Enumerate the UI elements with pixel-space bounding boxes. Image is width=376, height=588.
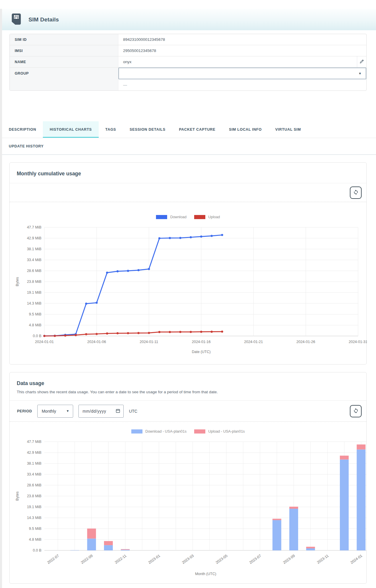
usage-card-subtitle: This charts shows the recent data usage.…: [17, 390, 359, 394]
legend-item[interactable]: Download: [156, 215, 187, 219]
usage-controls: PERIOD Monthly ▼ mm/dd/yyyy UTC: [10, 400, 366, 421]
refresh-button[interactable]: [350, 187, 362, 199]
usage-chart-area: Download - USA-plan01sUpload - USA-plan0…: [10, 421, 366, 583]
date-input[interactable]: mm/dd/yyyy: [78, 405, 124, 418]
svg-text:23.8 MiB: 23.8 MiB: [27, 280, 41, 284]
svg-text:38.1 MiB: 38.1 MiB: [27, 461, 41, 466]
tab-row-1: DESCRIPTION HISTORICAL CHARTS TAGS SESSI…: [2, 121, 376, 138]
svg-text:2023-05: 2023-05: [215, 554, 229, 565]
legend-item[interactable]: Upload: [194, 215, 220, 219]
cumulative-chart-area: DownloadUpload 0.0 B4.8 MiB9.5 MiB14.3 M…: [10, 202, 366, 364]
svg-text:47.7 MiB: 47.7 MiB: [27, 440, 41, 444]
svg-text:2024-01-16: 2024-01-16: [192, 340, 211, 344]
svg-text:38.1 MiB: 38.1 MiB: [27, 247, 41, 251]
svg-text:2024-01-31: 2024-01-31: [349, 340, 367, 344]
imsi-label: IMSI: [10, 45, 118, 56]
svg-text:Bytes: Bytes: [15, 491, 19, 500]
svg-text:2024-01-06: 2024-01-06: [87, 340, 106, 344]
cumulative-card-title: Monthly cumulative usage: [17, 171, 359, 177]
legend-swatch: [194, 429, 205, 434]
tab-bar: DESCRIPTION HISTORICAL CHARTS TAGS SESSI…: [2, 121, 376, 155]
usage-card-title: Data usage: [17, 380, 359, 387]
svg-text:19.1 MiB: 19.1 MiB: [27, 290, 41, 295]
svg-text:2024-01: 2024-01: [350, 554, 363, 565]
svg-text:2024-01-26: 2024-01-26: [296, 340, 315, 344]
svg-text:19.1 MiB: 19.1 MiB: [27, 505, 41, 509]
date-placeholder: mm/dd/yyyy: [83, 409, 106, 414]
svg-text:28.6 MiB: 28.6 MiB: [27, 269, 41, 273]
svg-text:2022-07: 2022-07: [46, 554, 60, 565]
svg-text:0.0 B: 0.0 B: [33, 334, 41, 338]
svg-text:14.3 MiB: 14.3 MiB: [27, 301, 41, 305]
legend-label: Download - USA-plan01s: [145, 429, 187, 434]
refresh-button[interactable]: [350, 405, 362, 417]
name-label: NAME: [10, 56, 118, 67]
calendar-icon: [115, 408, 120, 414]
legend-swatch: [131, 429, 142, 434]
legend-label: Upload - USA-plan01s: [208, 429, 245, 434]
sim-id-value: 8942310000012345678: [118, 34, 366, 45]
svg-text:33.4 MiB: 33.4 MiB: [27, 472, 41, 476]
name-value: onyx: [123, 60, 132, 64]
group-label: GROUP: [10, 68, 118, 90]
table-row-sim-id: SIM ID 8942310000012345678: [10, 34, 366, 45]
timezone-label: UTC: [129, 409, 137, 414]
refresh-icon: [353, 189, 359, 196]
chevron-down-icon: ▼: [66, 409, 69, 413]
legend-item[interactable]: Upload - USA-plan01s: [194, 429, 245, 434]
legend-label: Download: [170, 215, 187, 219]
tab-packet-capture[interactable]: PACKET CAPTURE: [172, 121, 222, 138]
cumulative-chart-legend: DownloadUpload: [10, 215, 366, 219]
svg-text:Bytes: Bytes: [15, 277, 19, 286]
edit-name-button[interactable]: [357, 56, 366, 67]
period-select-value: Monthly: [42, 409, 56, 414]
svg-text:42.9 MiB: 42.9 MiB: [27, 236, 41, 240]
svg-text:4.8 MiB: 4.8 MiB: [29, 323, 41, 327]
legend-item[interactable]: Download - USA-plan01s: [131, 429, 187, 434]
tab-virtual-sim[interactable]: VIRTUAL SIM: [268, 121, 308, 138]
svg-text:2023-07: 2023-07: [249, 554, 262, 565]
tab-sim-local-info[interactable]: SIM LOCAL INFO: [222, 121, 268, 138]
refresh-icon: [353, 408, 359, 414]
tab-historical-charts[interactable]: HISTORICAL CHARTS: [43, 121, 98, 138]
svg-text:14.3 MiB: 14.3 MiB: [27, 516, 41, 520]
svg-text:0.0 B: 0.0 B: [33, 548, 41, 552]
svg-text:2022-11: 2022-11: [114, 554, 127, 565]
svg-text:4.8 MiB: 4.8 MiB: [29, 537, 41, 542]
tab-update-history[interactable]: UPDATE HISTORY: [2, 138, 51, 154]
sim-info-table: SIM ID 8942310000012345678 IMSI 29505001…: [9, 34, 367, 91]
svg-text:2024-01-21: 2024-01-21: [244, 340, 263, 344]
svg-text:33.4 MiB: 33.4 MiB: [27, 258, 41, 262]
svg-text:2023-03: 2023-03: [181, 554, 195, 565]
group-value-cell: ▼ —: [118, 68, 366, 90]
table-row-group: GROUP ▼ —: [10, 68, 366, 90]
legend-label: Upload: [208, 215, 220, 219]
svg-text:2024-01-01: 2024-01-01: [35, 340, 54, 344]
tab-session-details[interactable]: SESSION DETAILS: [123, 121, 172, 138]
legend-swatch: [194, 215, 205, 219]
period-select[interactable]: Monthly ▼: [37, 405, 73, 418]
usage-bar-chart: 0.0 B4.8 MiB9.5 MiB14.3 MiB19.1 MiB23.8 …: [10, 438, 367, 577]
svg-text:9.5 MiB: 9.5 MiB: [29, 312, 41, 316]
chevron-down-icon: ▼: [358, 72, 362, 75]
svg-text:2022-09: 2022-09: [80, 554, 94, 565]
cumulative-line-chart: 0.0 B4.8 MiB9.5 MiB14.3 MiB19.1 MiB23.8 …: [10, 224, 367, 358]
cumulative-usage-card: Monthly cumulative usage DownloadUpload …: [9, 162, 367, 364]
svg-text:Month (UTC): Month (UTC): [195, 572, 216, 576]
usage-card-head: Data usage This charts shows the recent …: [10, 372, 366, 400]
group-select[interactable]: ▼: [118, 68, 366, 79]
tab-tags[interactable]: TAGS: [99, 121, 123, 138]
imsi-value: 295050012345678: [118, 45, 366, 56]
svg-text:23.8 MiB: 23.8 MiB: [27, 494, 41, 498]
svg-text:42.9 MiB: 42.9 MiB: [27, 451, 41, 455]
svg-text:2023-09: 2023-09: [282, 554, 296, 565]
tab-description[interactable]: DESCRIPTION: [2, 121, 43, 138]
cumulative-toolbar: [10, 183, 366, 202]
page-title: SIM Details: [28, 16, 59, 23]
svg-text:47.7 MiB: 47.7 MiB: [27, 225, 41, 229]
period-label: PERIOD: [17, 409, 32, 413]
sim-icon: [12, 14, 21, 26]
data-usage-card: Data usage This charts shows the recent …: [9, 372, 367, 584]
table-row-imsi: IMSI 295050012345678: [10, 45, 366, 56]
group-empty-value: —: [118, 79, 366, 90]
